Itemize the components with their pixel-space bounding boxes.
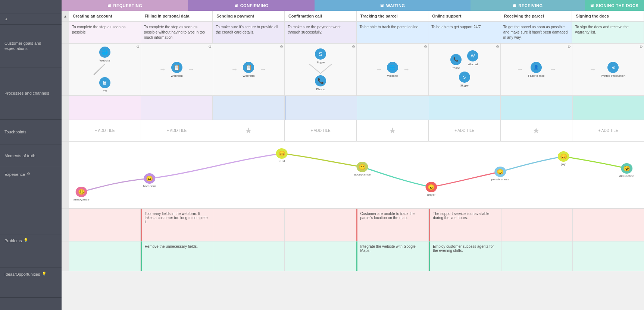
goal-cell-1: To complete the step as soon as possible… [141,22,213,43]
webform-icon-1: 📋 Webform [171,62,182,78]
webform-icon-2: 📋 Webform [243,62,254,78]
problem-cell-3 [285,209,356,241]
touchpoint-cell-4 [357,96,429,120]
experience-settings-icon[interactable]: ⚙ [27,172,30,176]
phase-waiting: ⊞ WAITING [315,0,471,11]
touchpoint-cell-7 [573,96,644,120]
toggle-button[interactable]: ▲ [62,11,69,21]
website-icon-4: 🌐 Website [387,62,398,78]
phone-icon-5: 📞 Phone [450,54,462,70]
goals-row: To complete the step as soon as possible… [62,22,644,44]
skype-icon-3: S Skype [315,48,326,64]
settings-icon-7[interactable]: ⚙ [640,45,643,49]
experience-chart-container: 😣 annoyance 😐 boredom 😊 trust 😐 [69,142,644,208]
settings-icon-6[interactable]: ⚙ [568,45,571,49]
touchpoint-cell-1 [141,96,213,120]
emotion-4-emoji: 😠 [428,184,435,190]
printed-icon: 🖨 Printed Production [601,62,625,78]
skype-icon-5: S Skype [459,72,470,87]
sidebar-ideas: Ideas/Opportunities 💡 [0,268,62,298]
problem-cell-1: Too many fields in the webform. It takes… [141,209,213,241]
col-header-6: Receiving the parcel [500,11,572,21]
problems-row: Too many fields in the webform. It takes… [62,209,644,241]
moment-cell-7[interactable]: + ADD TILE [572,120,644,141]
moments-row: + ADD TILE + ADD TILE ★ + ADD TILE ★ + A… [62,120,644,142]
col-header-4: Tracking the parcel [357,11,429,21]
goal-cell-7: To sign the docs and receive the warrant… [572,22,644,43]
settings-icon-3[interactable]: ⚙ [352,45,355,49]
goal-cell-5: To be able to get support 24/7 [428,22,500,43]
processes-row: ⚙ 🌐 Website 🖥 [62,44,644,96]
process-cell-6: ⚙ → 👤 Face to face → [501,44,573,95]
add-tile-btn-0[interactable]: + ADD TILE [95,129,115,133]
emotion-2-emoji: 😊 [278,151,286,157]
touchpoint-cell-2 [213,96,285,120]
touchpoint-cell-3 [285,96,357,120]
touchpoints-row [62,96,644,120]
add-tile-btn-3[interactable]: + ADD TILE [311,129,331,133]
col-header-3: Confirmation call [285,11,357,21]
goal-cell-4: To be able to track the parcel online. [357,22,429,43]
emotion-6-emoji: 😊 [560,154,568,160]
sidebar-moments: Moments of truth [0,145,62,167]
idea-cell-0 [69,241,141,271]
settings-icon-2[interactable]: ⚙ [280,45,283,49]
settings-icon-0[interactable]: ⚙ [136,45,140,49]
pc-icon-0: 🖥 PC [99,77,110,93]
moment-cell-0[interactable]: + ADD TILE [69,120,141,141]
process-cell-2: ⚙ → 📋 Webform → [213,44,285,95]
process-cell-0: ⚙ 🌐 Website 🖥 [69,44,141,95]
emotion-6-label: joy [561,162,566,166]
add-tile-btn-1[interactable]: + ADD TILE [167,129,187,133]
moment-cell-3[interactable]: + ADD TILE [285,120,357,141]
sidebar-processes: Processes and channels [0,67,62,120]
column-headers-row: ▲ Creating an account Filling in persona… [62,11,644,22]
sidebar-customer-goals: Customer goals and expectations [0,25,62,67]
moment-cell-2: ★ [213,120,285,141]
sidebar-experience: Experience ⚙ [0,167,62,234]
problems-icon: 💡 [24,238,28,242]
phone-icon-3: 📞 Phone [315,75,326,91]
settings-icon-4[interactable]: ⚙ [424,45,427,49]
sidebar: ▲ Customer goals and expectations Proces… [0,0,62,310]
problem-cell-4: Customer are unable to track the parcel'… [356,209,429,241]
idea-cell-2 [213,241,285,271]
emotion-3-emoji: 😐 [359,164,366,170]
goal-cell-0: To complete the step as soon as possible [69,22,141,43]
problem-cell-2 [213,209,285,241]
settings-icon-1[interactable]: ⚙ [208,45,212,49]
process-cell-4: ⚙ → 🌐 Website → [357,44,429,95]
emotion-5-emoji: 😔 [497,169,504,175]
moment-cell-1[interactable]: + ADD TILE [141,120,213,141]
star-icon-6: ★ [532,126,540,136]
touchpoint-cell-6 [501,96,573,120]
experience-svg-chart: 😣 annoyance 😐 boredom 😊 trust 😐 [69,142,644,208]
idea-cell-6 [501,241,573,271]
star-icon-2: ★ [245,126,252,136]
col-header-1: Filling in personal data [141,11,213,21]
add-tile-btn-5[interactable]: + ADD TILE [454,129,474,133]
emotion-0-emoji: 😣 [78,189,85,195]
emotion-7-emoji: 😵 [623,165,631,172]
col-header-5: Online support [428,11,500,21]
problem-cell-7 [573,209,644,241]
settings-icon-5[interactable]: ⚙ [496,45,499,49]
emotion-1-emoji: 😐 [146,175,153,182]
col-header-2: Sending a payment [213,11,285,21]
emotion-5-label: pensiveness [491,177,509,181]
moment-cell-6: ★ [501,120,573,141]
emotion-4-label: anger [427,193,436,196]
process-cell-5: ⚙ 📞 Phone W Wechat [429,44,501,95]
add-tile-btn-7[interactable]: + ADD TILE [598,129,618,133]
problem-cell-5: The support service is unavailable durin… [429,209,501,241]
website-icon-0: 🌐 Website [99,47,110,62]
emotion-3-label: acceptance [354,173,371,176]
problem-cell-6 [501,209,573,241]
col-header-7: Signing the docs [572,11,644,21]
col-header-0: Creating an account [69,11,141,21]
goal-cell-2: To make sure it's secure to provide all … [213,22,285,43]
moment-cell-5[interactable]: + ADD TILE [429,120,501,141]
process-cell-1: ⚙ → 📋 Webform → [141,44,213,95]
ideas-icon: 💡 [42,272,46,276]
emotion-2-label: trust [279,159,285,163]
